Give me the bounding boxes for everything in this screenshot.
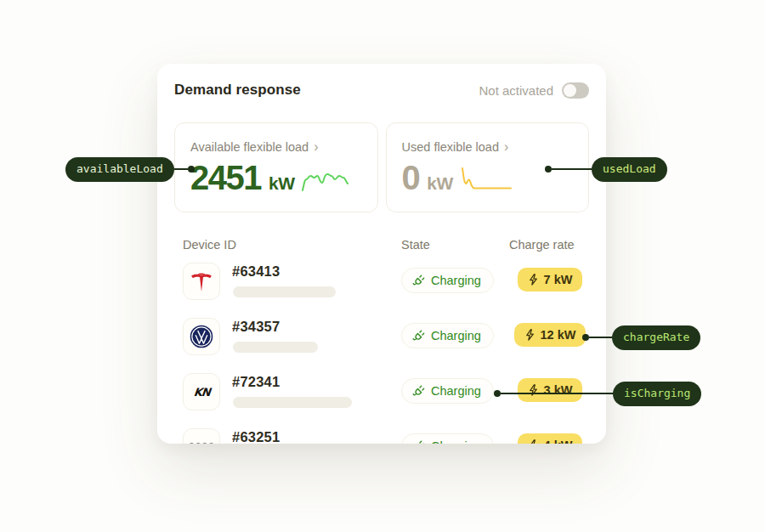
annotation-used-load: usedLoad — [545, 157, 667, 182]
connector-line — [501, 393, 613, 394]
connector-dot — [494, 390, 501, 397]
charge-rate-value: 12 kW — [541, 328, 576, 342]
connector-dot — [188, 166, 195, 173]
device-placeholder-bar — [233, 397, 352, 408]
charge-rate-badge: 4 kW — [518, 433, 583, 444]
device-id: #63251 — [232, 429, 280, 444]
annotation-pill: chargeRate — [612, 325, 700, 350]
state-badge: Charging — [401, 433, 494, 444]
available-load-card[interactable]: Available flexible load › 2451 kW — [174, 122, 378, 212]
table-row[interactable]: #63251 Charging 4 kW — [157, 427, 606, 444]
tesla-logo-icon — [190, 269, 213, 293]
annotation-pill: availableLoad — [65, 157, 174, 182]
activation-toggle-group: Not activated — [479, 82, 589, 99]
available-load-label: Available flexible load › — [190, 140, 362, 154]
device-placeholder-bar — [233, 342, 318, 353]
state-label: Charging — [431, 439, 481, 444]
charge-rate-badge: 12 kW — [514, 323, 586, 347]
device-id: #72341 — [232, 374, 280, 390]
lightning-bolt-icon — [528, 439, 539, 444]
panel-header: Demand response Not activated — [174, 82, 589, 99]
connector-line — [589, 337, 612, 338]
column-header-charge-rate: Charge rate — [509, 238, 575, 252]
state-label: Charging — [431, 384, 481, 398]
device-logo-tile — [183, 428, 220, 444]
screenshot-canvas: Demand response Not activated Available … — [0, 0, 765, 532]
annotation-charge-rate: chargeRate — [582, 325, 700, 350]
state-badge: Charging — [401, 378, 494, 404]
device-logo-tile — [183, 263, 220, 300]
device-logo-tile: KN — [183, 373, 220, 410]
charge-rate-value: 4 kW — [544, 439, 573, 444]
device-id: #34357 — [232, 319, 280, 335]
annotation-pill: isCharging — [613, 382, 701, 406]
device-logo-tile — [183, 318, 220, 355]
lightning-bolt-icon — [528, 274, 539, 286]
chevron-right-icon: › — [504, 140, 508, 154]
activation-toggle[interactable] — [562, 82, 589, 99]
state-label: Charging — [431, 274, 481, 287]
table-row[interactable]: #63413 Charging 7 kW — [157, 262, 606, 317]
panel-title: Demand response — [174, 82, 301, 99]
state-badge: Charging — [401, 323, 494, 348]
annotation-is-charging: isCharging — [494, 382, 701, 406]
available-load-sparkline-icon — [302, 166, 349, 193]
charge-rate-badge: 7 kW — [518, 268, 583, 291]
audi-logo-icon — [188, 442, 215, 444]
column-header-device-id: Device ID — [183, 238, 236, 252]
chevron-right-icon: › — [314, 140, 318, 154]
plug-icon — [412, 440, 425, 444]
toggle-label: Not activated — [479, 83, 553, 98]
connector-dot — [545, 166, 552, 173]
used-load-label: Used flexible load › — [402, 140, 574, 154]
device-id: #63413 — [232, 263, 280, 280]
used-load-sparkline-icon — [461, 166, 513, 193]
connector-line — [174, 168, 188, 170]
charge-rate-value: 7 kW — [544, 273, 573, 286]
toggle-knob — [564, 84, 576, 97]
lightning-bolt-icon — [524, 329, 536, 341]
column-header-state: State — [401, 238, 430, 252]
plug-icon — [412, 274, 425, 287]
annotation-pill: usedLoad — [592, 157, 667, 182]
available-load-value: 2451 kW — [190, 159, 362, 196]
volkswagen-logo-icon — [189, 324, 214, 349]
state-badge: Charging — [401, 268, 494, 293]
connector-line — [552, 168, 592, 170]
state-label: Charging — [431, 329, 481, 342]
plug-icon — [412, 330, 425, 342]
stat-cards: Available flexible load › 2451 kW Used f… — [174, 122, 589, 212]
device-placeholder-bar — [233, 286, 336, 297]
connector-dot — [582, 334, 589, 341]
table-row[interactable]: #34357 Charging 12 kW — [157, 317, 606, 372]
annotation-available-load: availableLoad — [65, 157, 195, 182]
plug-icon — [412, 385, 425, 398]
kia-logo-icon: KN — [193, 386, 211, 399]
